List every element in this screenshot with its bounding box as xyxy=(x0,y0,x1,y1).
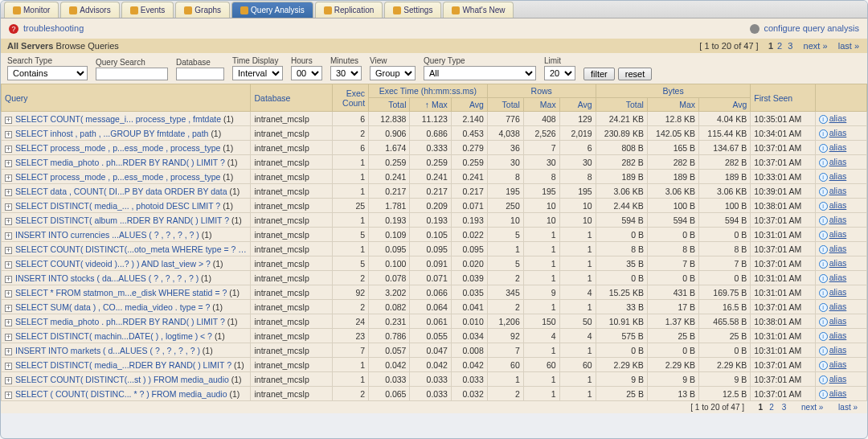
info-icon[interactable]: i xyxy=(819,375,828,384)
expand-icon[interactable]: + xyxy=(5,319,12,326)
expand-icon[interactable]: + xyxy=(5,261,12,269)
expand-icon[interactable]: + xyxy=(5,392,12,399)
col-et-total[interactable]: Total xyxy=(369,98,410,112)
expand-icon[interactable]: + xyxy=(5,377,12,384)
query-cell[interactable]: +SELECT COUNT( DISTINCT(...oto_meta WHER… xyxy=(2,242,251,256)
expand-icon[interactable]: + xyxy=(5,146,12,153)
configure-link[interactable]: configure query analysis xyxy=(764,23,859,33)
next-page[interactable]: next » xyxy=(804,41,828,51)
query-cell[interactable]: +SELECT COUNT( DISTINCT(...st ) ) FROM m… xyxy=(2,372,251,387)
info-icon[interactable]: i xyxy=(819,245,828,254)
col-exec-count[interactable]: Exec Count xyxy=(333,84,369,112)
col-first-seen[interactable]: First Seen xyxy=(751,84,815,112)
alias-link[interactable]: alias xyxy=(829,302,847,311)
expand-icon[interactable]: + xyxy=(5,203,12,211)
col-query[interactable]: Query xyxy=(2,84,251,112)
query-cell[interactable]: +SELECT * FROM statmon_m...e_disk WHERE … xyxy=(2,285,251,300)
info-icon[interactable]: i xyxy=(819,390,828,399)
alias-link[interactable]: alias xyxy=(829,287,847,297)
alias-cell[interactable]: ialias xyxy=(815,126,866,141)
expand-icon[interactable]: + xyxy=(5,117,12,124)
query-cell[interactable]: +SELECT DISTINCT( album ...RDER BY RAND(… xyxy=(2,213,251,228)
tab-monitor[interactable]: Monitor xyxy=(4,2,59,18)
alias-cell[interactable]: ialias xyxy=(815,358,866,372)
alias-cell[interactable]: ialias xyxy=(815,343,866,358)
minutes-select[interactable]: 30 xyxy=(330,66,362,80)
info-icon[interactable]: i xyxy=(819,318,828,326)
page-1[interactable]: 1 xyxy=(768,41,773,51)
info-icon[interactable]: i xyxy=(819,187,828,196)
reset-button[interactable]: reset xyxy=(618,68,652,80)
alias-link[interactable]: alias xyxy=(829,171,847,181)
alias-link[interactable]: alias xyxy=(829,374,847,384)
query-cell[interactable]: +SELECT DISTINCT( media_... , photoid DE… xyxy=(2,199,251,213)
info-icon[interactable]: i xyxy=(819,289,828,297)
query-cell[interactable]: +SELECT DISTINCT( machin...DATE( ) , log… xyxy=(2,329,251,343)
col-database[interactable]: Database xyxy=(251,84,333,112)
alias-link[interactable]: alias xyxy=(829,128,847,137)
col-r-max[interactable]: Max xyxy=(523,98,559,112)
expand-icon[interactable]: + xyxy=(5,348,12,355)
alias-link[interactable]: alias xyxy=(829,330,847,340)
view-select[interactable]: Group xyxy=(370,66,416,80)
info-icon[interactable]: i xyxy=(819,158,828,167)
alias-cell[interactable]: ialias xyxy=(815,213,866,228)
alias-cell[interactable]: ialias xyxy=(815,314,866,329)
alias-link[interactable]: alias xyxy=(829,388,847,398)
tab-events[interactable]: Events xyxy=(121,2,174,18)
query-cell[interactable]: +SELECT inhost , path , ...GROUP BY fmtd… xyxy=(2,126,251,141)
info-icon[interactable]: i xyxy=(819,231,828,240)
alias-link[interactable]: alias xyxy=(829,113,847,123)
alias-cell[interactable]: ialias xyxy=(815,387,866,401)
query-cell[interactable]: +SELECT ( COUNT( DISTINC... * ? ) FROM m… xyxy=(2,387,251,401)
alias-cell[interactable]: ialias xyxy=(815,329,866,343)
troubleshooting-link[interactable]: troubleshooting xyxy=(23,23,84,33)
alias-cell[interactable]: ialias xyxy=(815,112,866,126)
expand-icon[interactable]: + xyxy=(5,131,12,138)
expand-icon[interactable]: + xyxy=(5,290,12,297)
query-cell[interactable]: +SELECT process_mode , p...ess_mode , pr… xyxy=(2,141,251,155)
tab-replication[interactable]: Replication xyxy=(315,2,383,18)
database-input[interactable] xyxy=(176,68,224,80)
page-3[interactable]: 3 xyxy=(788,41,792,51)
query-cell[interactable]: +INSERT INTO markets ( d...ALUES ( ? , ?… xyxy=(2,343,251,358)
info-icon[interactable]: i xyxy=(819,361,828,370)
query-cell[interactable]: +SELECT DISTINCT( media_...RDER BY RAND(… xyxy=(2,358,251,372)
query-type-select[interactable]: All xyxy=(424,66,536,80)
help-icon[interactable]: ? xyxy=(9,24,18,34)
info-icon[interactable]: i xyxy=(819,129,828,138)
info-icon[interactable]: i xyxy=(819,347,828,355)
alias-link[interactable]: alias xyxy=(829,186,847,195)
alias-link[interactable]: alias xyxy=(829,157,847,166)
col-r-total[interactable]: Total xyxy=(487,98,523,112)
alias-cell[interactable]: ialias xyxy=(815,170,866,184)
info-icon[interactable]: i xyxy=(819,303,828,312)
col-b-avg[interactable]: Avg xyxy=(699,98,751,112)
expand-icon[interactable]: + xyxy=(5,334,12,341)
expand-icon[interactable]: + xyxy=(5,305,12,312)
tab-advisors[interactable]: Advisors xyxy=(60,2,119,18)
expand-icon[interactable]: + xyxy=(5,189,12,196)
alias-cell[interactable]: ialias xyxy=(815,300,866,314)
expand-icon[interactable]: + xyxy=(5,232,12,240)
alias-link[interactable]: alias xyxy=(829,345,847,355)
search-type-select[interactable]: Contains xyxy=(7,66,88,80)
info-icon[interactable]: i xyxy=(819,173,828,182)
info-icon[interactable]: i xyxy=(819,202,828,211)
alias-cell[interactable]: ialias xyxy=(815,155,866,170)
tab-query-analysis[interactable]: Query Analysis xyxy=(231,2,313,18)
info-icon[interactable]: i xyxy=(819,260,828,269)
query-cell[interactable]: +SELECT COUNT( videoid )...? ) ) AND las… xyxy=(2,256,251,271)
page-2[interactable]: 2 xyxy=(777,41,782,51)
alias-link[interactable]: alias xyxy=(829,316,847,326)
alias-cell[interactable]: ialias xyxy=(815,228,866,242)
alias-cell[interactable]: ialias xyxy=(815,141,866,155)
last-page-bottom[interactable]: last » xyxy=(838,403,858,412)
query-cell[interactable]: +SELECT process_mode , p...ess_mode , pr… xyxy=(2,170,251,184)
alias-link[interactable]: alias xyxy=(829,200,847,210)
col-b-total[interactable]: Total xyxy=(596,98,647,112)
page-1-bottom[interactable]: 1 xyxy=(759,403,764,412)
expand-icon[interactable]: + xyxy=(5,363,12,370)
filter-button[interactable]: filter xyxy=(583,68,615,80)
expand-icon[interactable]: + xyxy=(5,160,12,167)
